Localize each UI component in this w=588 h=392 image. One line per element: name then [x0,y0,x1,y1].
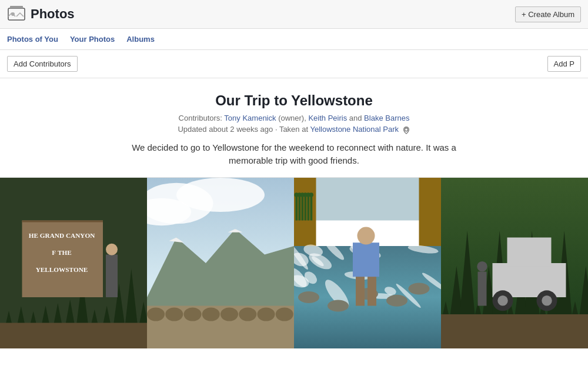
header-left: Photos [7,5,75,24]
album-info: Our Trip to Yellowstone Contributors: To… [0,78,588,177]
updated-text: Updated about 2 weeks ago · Taken at [178,125,310,134]
tab-photos-of-you[interactable]: Photos of You [7,29,66,49]
photo-cell-1[interactable] [0,178,147,348]
nav-tabs: Photos of You Your Photos Albums [0,29,588,50]
owner-suffix: (owner), [276,114,309,122]
header-actions: + Create Album [515,6,581,22]
page-header: Photos + Create Album [0,0,588,29]
contributor-owner[interactable]: Tony Kamenick [224,114,276,122]
contributor2-suffix: and [347,114,364,122]
album-contributors: Contributors: Tony Kamenick (owner), Kei… [12,114,576,122]
contributors-prefix: Contributors: [179,114,225,122]
photo-grid [0,177,588,348]
photo-4 [441,178,588,348]
photo-1 [0,178,147,348]
photos-icon [7,5,26,24]
photo-3 [294,178,441,348]
create-album-button[interactable]: + Create Album [515,6,581,22]
photo-cell-3[interactable] [294,178,441,348]
page-title: Photos [31,6,75,22]
contributor-2[interactable]: Keith Peiris [308,114,347,122]
album-description: We decided to go to Yellowstone for the … [118,141,470,168]
action-bar: Add Contributors Add P [0,50,588,78]
album-title: Our Trip to Yellowstone [12,92,576,109]
photo-cell-2[interactable] [147,178,294,348]
location-icon [402,126,410,134]
photo-2 [147,178,294,348]
location-link[interactable]: Yellowstone National Park [310,125,399,134]
photo-cell-4[interactable] [441,178,588,348]
add-photos-button[interactable]: Add P [547,56,581,72]
svg-point-3 [405,128,407,131]
svg-rect-1 [10,6,23,8]
tab-albums[interactable]: Albums [126,29,163,49]
album-location: Updated about 2 weeks ago · Taken at Yel… [12,125,576,134]
add-contributors-button[interactable]: Add Contributors [7,56,78,72]
contributor-3[interactable]: Blake Barnes [364,114,409,122]
tab-your-photos[interactable]: Your Photos [70,29,123,49]
